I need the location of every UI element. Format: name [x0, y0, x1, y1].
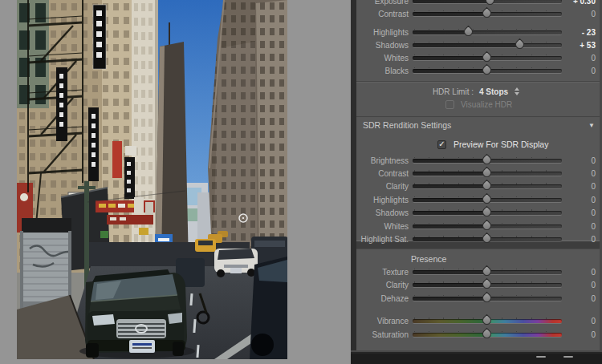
slider-value-sdr-shadows[interactable]: 0: [562, 208, 602, 217]
slider-track-exposure[interactable]: [413, 0, 562, 3]
slider-label-saturation: Saturation: [356, 330, 413, 339]
slider-track-texture[interactable]: [413, 270, 562, 274]
slider-track-clarity[interactable]: [413, 283, 562, 287]
slider-value-sdr-highlight-sat[interactable]: 0: [562, 235, 602, 244]
slider-fill: [413, 69, 487, 73]
slider-fill: [413, 270, 487, 274]
slider-row-shadows: Shadows + 53: [356, 38, 602, 51]
visualize-hdr-label: Visualize HDR: [461, 100, 512, 109]
slider-knob[interactable]: [481, 265, 494, 277]
bottom-toolbar: [351, 350, 602, 364]
tone-panel: Exposure + 0.30 Contrast 0 Highlights - …: [356, 0, 602, 241]
slider-track-sdr-whites[interactable]: [413, 224, 562, 229]
slider-label-sdr-contrast: Contrast: [356, 169, 413, 178]
slider-track-sdr-shadows[interactable]: [413, 211, 562, 215]
slider-fill: [413, 12, 487, 16]
slider-fill: [413, 184, 487, 188]
slider-track-dehaze[interactable]: [413, 297, 562, 301]
toolbar-grip-icon[interactable]: [563, 356, 573, 358]
slider-knob[interactable]: [481, 314, 494, 327]
slider-label-sdr-highlight-sat: Highlight Sat.: [356, 235, 413, 244]
develop-panel: Exposure + 0.30 Contrast 0 Highlights - …: [356, 0, 602, 350]
slider-knob[interactable]: [481, 153, 494, 166]
slider-label-clarity: Clarity: [356, 281, 413, 289]
slider-value-dehaze[interactable]: 0: [562, 294, 602, 303]
slider-knob[interactable]: [481, 167, 494, 180]
slider-track-sdr-clarity[interactable]: [413, 184, 562, 188]
slider-value-sdr-highlights[interactable]: 0: [562, 196, 602, 204]
slider-value-sdr-clarity[interactable]: 0: [562, 182, 602, 191]
slider-row-saturation: Saturation 0: [356, 328, 602, 342]
slider-label-blacks: Blacks: [356, 67, 413, 75]
slider-knob[interactable]: [481, 206, 494, 219]
slider-knob-exposure[interactable]: [483, 0, 496, 6]
preview-sdr-label: Preview For SDR Display: [454, 140, 548, 149]
slider-knob[interactable]: [481, 327, 494, 340]
slider-knob[interactable]: [481, 291, 494, 304]
slider-track-whites[interactable]: [413, 56, 562, 60]
slider-fill: [413, 56, 487, 60]
slider-knob-highlights[interactable]: [462, 25, 474, 38]
slider-row-dehaze: Dehaze 0: [356, 292, 602, 305]
slider-value-blacks[interactable]: 0: [562, 67, 602, 75]
slider-knob[interactable]: [481, 180, 494, 192]
slider-value-whites[interactable]: 0: [562, 54, 602, 63]
street-photo[interactable]: [17, 0, 287, 359]
sdr-section-header[interactable]: SDR Rendition Settings ▼: [356, 119, 602, 131]
slider-value-vibrance[interactable]: 0: [562, 317, 602, 326]
hdr-limit-value[interactable]: 4 Stops: [479, 87, 508, 96]
visualize-hdr-row: Visualize HDR: [356, 98, 602, 111]
slider-value-sdr-whites[interactable]: 0: [562, 222, 602, 231]
preview-sdr-checkbox[interactable]: ✓: [437, 140, 446, 149]
panel-gap-strip: [351, 0, 356, 364]
slider-knob-contrast[interactable]: [481, 6, 494, 19]
slider-value-exposure[interactable]: + 0.30: [562, 0, 602, 6]
slider-value-texture[interactable]: 0: [562, 268, 602, 277]
slider-value-sdr-brightness[interactable]: 0: [562, 156, 602, 165]
slider-value-contrast[interactable]: 0: [562, 10, 602, 18]
slider-fill: [413, 297, 487, 301]
slider-value-sdr-contrast[interactable]: 0: [562, 169, 602, 178]
slider-fill: [413, 283, 487, 287]
slider-label-sdr-brightness: Brightness: [356, 156, 413, 165]
slider-track-blacks[interactable]: [413, 69, 562, 73]
slider-track-highlights[interactable]: [413, 30, 562, 34]
slider-knob-shadows[interactable]: [514, 38, 527, 51]
slider-knob-blacks[interactable]: [481, 63, 494, 76]
slider-track-sdr-highlights[interactable]: [413, 198, 562, 202]
slider-track-vibrance[interactable]: [413, 319, 562, 323]
slider-row-clarity: Clarity 0: [356, 279, 602, 293]
slider-knob-whites[interactable]: [481, 51, 494, 63]
presence-header: Presence: [356, 253, 602, 265]
slider-track-shadows[interactable]: [413, 43, 562, 47]
slider-row-sdr-clarity: Clarity 0: [356, 180, 602, 193]
slider-fill: [413, 172, 487, 176]
slider-knob[interactable]: [481, 219, 494, 232]
slider-track-contrast[interactable]: [413, 12, 562, 16]
slider-value-shadows[interactable]: + 53: [562, 41, 602, 50]
slider-knob[interactable]: [481, 193, 494, 206]
slider-track-sdr-brightness[interactable]: [413, 159, 562, 163]
slider-value-saturation[interactable]: 0: [562, 330, 602, 339]
slider-track-saturation[interactable]: [413, 333, 562, 337]
slider-value-clarity[interactable]: 0: [562, 281, 602, 289]
slider-fill: [413, 159, 487, 163]
visualize-hdr-checkbox[interactable]: [445, 100, 454, 109]
slider-fill: [413, 224, 487, 229]
slider-row-sdr-shadows: Shadows 0: [356, 207, 602, 220]
hdr-limit-stepper-icon[interactable]: [515, 87, 519, 95]
slider-row-texture: Texture 0: [356, 265, 602, 279]
slider-value-highlights[interactable]: - 23: [562, 28, 602, 37]
slider-knob[interactable]: [481, 278, 494, 291]
slider-track-sdr-contrast[interactable]: [413, 172, 562, 176]
toolbar-grip-icon[interactable]: [536, 356, 546, 358]
slider-label-sdr-clarity: Clarity: [356, 182, 413, 191]
slider-fill: [413, 237, 487, 241]
slider-row-exposure: Exposure + 0.30: [356, 0, 602, 7]
presence-panel: Presence Texture 0 Clarity 0 Dehaze 0: [356, 253, 602, 342]
slider-label-contrast: Contrast: [356, 10, 413, 18]
slider-track-sdr-highlight-sat[interactable]: [413, 237, 562, 241]
chevron-down-icon[interactable]: ▼: [588, 122, 595, 129]
slider-fill: [413, 0, 490, 3]
slider-label-shadows: Shadows: [356, 41, 413, 50]
